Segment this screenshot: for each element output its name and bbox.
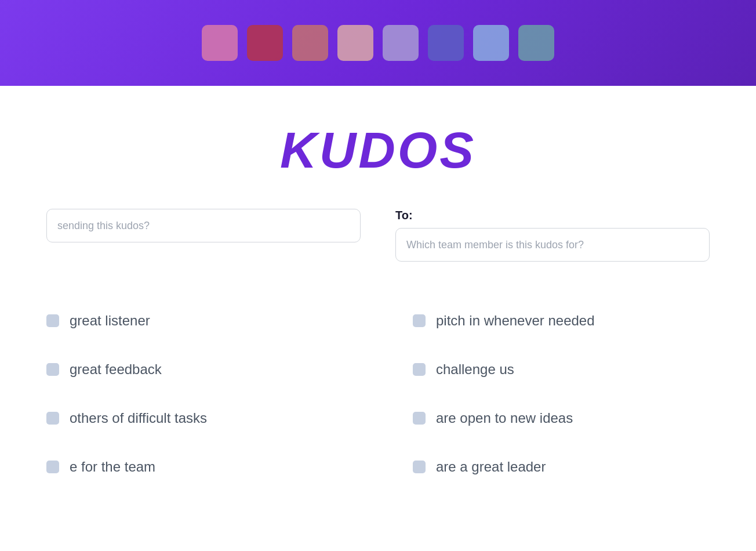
list-item[interactable]: pitch in whenever needed — [413, 296, 710, 345]
checkbox-icon[interactable] — [413, 363, 426, 376]
options-grid: great listenergreat feedbackothers of di… — [46, 296, 710, 491]
to-field-container: To: — [378, 209, 710, 262]
list-item[interactable]: challenge us — [413, 345, 710, 394]
list-item[interactable]: are a great leader — [413, 443, 710, 491]
options-left-column: great listenergreat feedbackothers of di… — [46, 296, 355, 491]
list-item[interactable]: e for the team — [46, 443, 355, 491]
checkbox-icon[interactable] — [413, 314, 426, 327]
option-label: others of difficult tasks — [70, 410, 207, 426]
to-input[interactable] — [395, 228, 710, 262]
checkbox-icon[interactable] — [46, 363, 59, 376]
swatch-blue-light[interactable] — [473, 25, 509, 61]
page-title: KUDOS — [280, 121, 476, 180]
list-item[interactable]: are open to new ideas — [413, 394, 710, 443]
option-label: e for the team — [70, 459, 155, 475]
option-label: pitch in whenever needed — [436, 313, 595, 329]
checkbox-icon[interactable] — [46, 461, 59, 473]
to-label: To: — [395, 209, 710, 222]
option-label: are open to new ideas — [436, 410, 573, 426]
checkbox-icon[interactable] — [413, 461, 426, 473]
list-item[interactable]: great feedback — [46, 345, 355, 394]
main-content: KUDOS To: great listenergreat feedbackot… — [0, 86, 756, 514]
swatch-red[interactable] — [247, 25, 283, 61]
option-label: great listener — [70, 313, 150, 329]
swatch-blue[interactable] — [428, 25, 464, 61]
from-field-container — [46, 209, 378, 262]
color-swatch-row — [202, 25, 554, 61]
checkbox-icon[interactable] — [46, 314, 59, 327]
header — [0, 0, 756, 86]
list-item[interactable]: others of difficult tasks — [46, 394, 355, 443]
from-input[interactable] — [46, 209, 361, 242]
option-label: are a great leader — [436, 459, 546, 475]
options-section: great listenergreat feedbackothers of di… — [0, 296, 756, 491]
swatch-pink-muted[interactable] — [292, 25, 328, 61]
checkbox-icon[interactable] — [46, 412, 59, 425]
list-item[interactable]: great listener — [46, 296, 355, 345]
option-label: challenge us — [436, 361, 514, 378]
swatch-teal[interactable] — [518, 25, 554, 61]
options-right-column: pitch in whenever neededchallenge usare … — [401, 296, 710, 491]
swatch-pink-bright[interactable] — [202, 25, 238, 61]
swatch-pink-light[interactable] — [337, 25, 373, 61]
swatch-lavender[interactable] — [383, 25, 419, 61]
option-label: great feedback — [70, 361, 162, 378]
checkbox-icon[interactable] — [413, 412, 426, 425]
form-row: To: — [0, 209, 756, 262]
